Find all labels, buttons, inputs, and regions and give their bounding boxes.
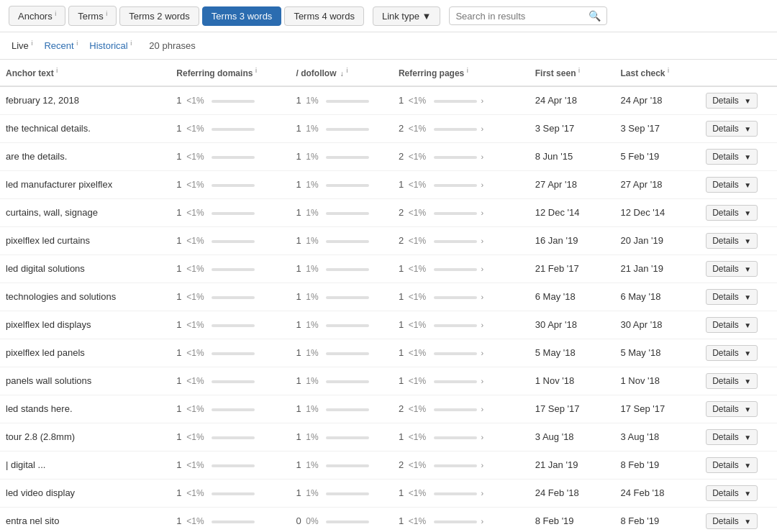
col-dofollow[interactable]: / dofollow i bbox=[291, 60, 393, 86]
col-anchor-text[interactable]: Anchor text i bbox=[0, 60, 171, 86]
cell-first-seen: 24 Feb '18 bbox=[530, 479, 615, 507]
tab-terms4[interactable]: Terms 4 words bbox=[284, 6, 364, 26]
details-button[interactable]: Details ▼ bbox=[706, 205, 758, 221]
top-nav: Anchors i Terms i Terms 2 words Terms 3 … bbox=[0, 0, 777, 32]
details-button[interactable]: Details ▼ bbox=[706, 261, 758, 277]
details-button[interactable]: Details ▼ bbox=[706, 373, 758, 389]
cell-details: Details ▼ bbox=[700, 395, 777, 423]
cell-first-seen: 21 Jan '19 bbox=[530, 451, 615, 479]
col-referring-domains[interactable]: Referring domains i bbox=[171, 60, 290, 86]
details-button[interactable]: Details ▼ bbox=[706, 401, 758, 417]
cell-first-seen: 8 Jun '15 bbox=[530, 142, 615, 170]
cell-ref-domains: 1 <1% bbox=[171, 283, 290, 311]
details-button[interactable]: Details ▼ bbox=[706, 345, 758, 361]
cell-first-seen: 3 Aug '18 bbox=[530, 423, 615, 451]
cell-ref-pages: 1 <1% › bbox=[393, 86, 530, 115]
bar-ref-pages bbox=[434, 408, 477, 411]
bar-referring-domains bbox=[212, 408, 255, 411]
tab-terms3[interactable]: Terms 3 words bbox=[202, 6, 282, 26]
cell-last-check: 8 Feb '19 bbox=[614, 451, 700, 479]
cell-last-check: 12 Dec '14 bbox=[614, 198, 700, 226]
details-button[interactable]: Details ▼ bbox=[706, 289, 758, 305]
cell-ref-pages: 2 <1% › bbox=[393, 395, 530, 423]
phrases-count: 20 phrases bbox=[149, 40, 195, 51]
bar-ref-pages bbox=[434, 128, 477, 131]
bar-ref-pages bbox=[434, 296, 477, 299]
cell-first-seen: 6 May '18 bbox=[530, 283, 615, 311]
cell-anchor: entra nel sito bbox=[0, 507, 171, 532]
dot-indicator: › bbox=[481, 152, 483, 161]
bar-referring-domains bbox=[212, 100, 255, 103]
bar-referring-domains bbox=[212, 352, 255, 355]
col-referring-pages[interactable]: Referring pages i bbox=[393, 60, 530, 86]
chevron-down-icon: ▼ bbox=[744, 97, 751, 105]
cell-ref-domains: 1 <1% bbox=[171, 339, 290, 367]
bar-dofollow bbox=[326, 268, 369, 271]
cell-ref-domains: 1 <1% bbox=[171, 86, 290, 115]
cell-last-check: 20 Jan '19 bbox=[614, 226, 700, 254]
col-last-check[interactable]: Last check i bbox=[614, 60, 700, 86]
details-button[interactable]: Details ▼ bbox=[706, 177, 758, 193]
bar-referring-domains bbox=[212, 324, 255, 327]
subnav-historical[interactable]: Historical i bbox=[89, 40, 132, 51]
cell-dofollow: 1 1% bbox=[291, 479, 393, 507]
cell-ref-domains: 1 <1% bbox=[171, 254, 290, 283]
anchor-text-table: Anchor text i Referring domains i / dofo… bbox=[0, 60, 777, 532]
cell-dofollow: 1 1% bbox=[291, 170, 393, 198]
cell-details: Details ▼ bbox=[700, 226, 777, 254]
dot-indicator: › bbox=[481, 293, 483, 301]
cell-last-check: 24 Apr '18 bbox=[614, 86, 700, 115]
details-button[interactable]: Details ▼ bbox=[706, 121, 758, 137]
dot-indicator: › bbox=[481, 433, 483, 441]
bar-dofollow bbox=[326, 156, 369, 159]
cell-dofollow: 1 1% bbox=[291, 198, 393, 226]
bar-ref-pages bbox=[434, 268, 477, 271]
dot-indicator: › bbox=[481, 96, 483, 105]
tab-terms[interactable]: Terms i bbox=[68, 6, 117, 26]
bar-referring-domains bbox=[212, 492, 255, 495]
subnav-live[interactable]: Live i bbox=[12, 40, 32, 51]
tab-terms2[interactable]: Terms 2 words bbox=[119, 6, 199, 26]
details-button[interactable]: Details ▼ bbox=[706, 317, 758, 333]
link-type-dropdown[interactable]: Link type ▼ bbox=[373, 6, 441, 26]
cell-anchor: curtains, wall, signage bbox=[0, 198, 171, 226]
cell-last-check: 24 Feb '18 bbox=[614, 479, 700, 507]
bar-ref-pages bbox=[434, 240, 477, 243]
cell-details: Details ▼ bbox=[700, 311, 777, 339]
cell-ref-domains: 1 <1% bbox=[171, 170, 290, 198]
col-first-seen[interactable]: First seen i bbox=[530, 60, 615, 86]
bar-dofollow bbox=[326, 520, 369, 523]
details-button[interactable]: Details ▼ bbox=[706, 233, 758, 249]
details-button[interactable]: Details ▼ bbox=[706, 93, 758, 109]
col-details bbox=[700, 60, 777, 86]
details-button[interactable]: Details ▼ bbox=[706, 513, 758, 529]
dot-indicator: › bbox=[481, 265, 483, 273]
search-input[interactable] bbox=[455, 11, 586, 22]
cell-details: Details ▼ bbox=[700, 367, 777, 395]
cell-dofollow: 1 1% bbox=[291, 226, 393, 254]
details-button[interactable]: Details ▼ bbox=[706, 485, 758, 501]
dot-indicator: › bbox=[481, 208, 483, 217]
cell-last-check: 30 Apr '18 bbox=[614, 311, 700, 339]
tab-anchors[interactable]: Anchors i bbox=[9, 6, 65, 26]
cell-ref-pages: 1 <1% › bbox=[393, 339, 530, 367]
details-button[interactable]: Details ▼ bbox=[706, 149, 758, 165]
details-button[interactable]: Details ▼ bbox=[706, 457, 758, 473]
link-type-label: Link type bbox=[382, 11, 419, 22]
dot-indicator: › bbox=[481, 124, 483, 133]
search-box: 🔍 bbox=[449, 6, 607, 25]
cell-last-check: 27 Apr '18 bbox=[614, 170, 700, 198]
details-button[interactable]: Details ▼ bbox=[706, 429, 758, 445]
cell-ref-domains: 1 <1% bbox=[171, 507, 290, 532]
cell-details: Details ▼ bbox=[700, 86, 777, 115]
cell-ref-pages: 2 <1% › bbox=[393, 198, 530, 226]
subnav-recent[interactable]: Recent i bbox=[44, 40, 78, 51]
cell-dofollow: 1 1% bbox=[291, 451, 393, 479]
cell-details: Details ▼ bbox=[700, 254, 777, 283]
cell-ref-pages: 1 <1% › bbox=[393, 283, 530, 311]
bar-referring-domains bbox=[212, 380, 255, 383]
bar-ref-pages bbox=[434, 212, 477, 215]
cell-ref-domains: 1 <1% bbox=[171, 367, 290, 395]
table-row: pixelflex led displays 1 <1% 1 1% 1 <1% … bbox=[0, 311, 777, 339]
cell-details: Details ▼ bbox=[700, 114, 777, 142]
